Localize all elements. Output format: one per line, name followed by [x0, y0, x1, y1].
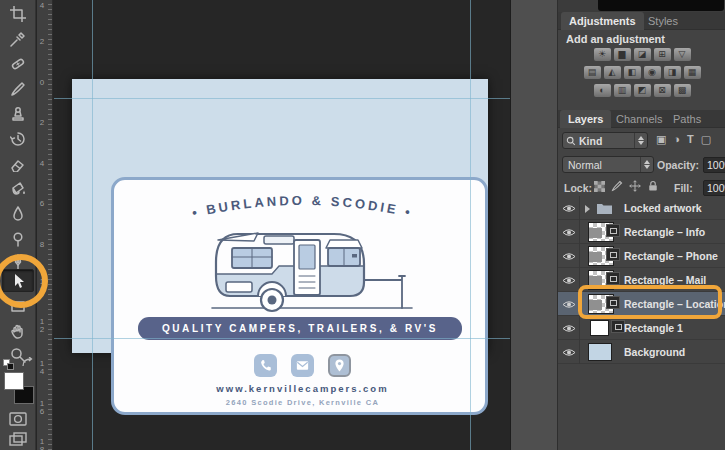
fill-field[interactable]: 100% [703, 180, 725, 196]
type-layer-filter-icon[interactable]: T [687, 133, 694, 146]
tab-styles[interactable]: Styles [640, 12, 686, 30]
hue-saturation-icon[interactable]: ▤ [584, 66, 601, 79]
opacity-field[interactable]: 100% [703, 157, 725, 173]
blend-mode-value: Normal [563, 159, 602, 171]
camper-trailer-illustration [206, 224, 421, 320]
default-colors-icon[interactable] [3, 359, 14, 370]
vector-mask-icon[interactable] [606, 224, 620, 237]
levels-icon[interactable]: ▆ [614, 48, 631, 61]
panel-gutter [510, 0, 557, 450]
curves-icon[interactable]: ◪ [634, 48, 651, 61]
dodge-icon [10, 231, 26, 247]
visibility-toggle[interactable] [558, 244, 580, 268]
document-area[interactable]: • BURLANDO & SCODIE • [54, 0, 510, 450]
tool-brush[interactable] [2, 77, 34, 100]
layers-tabbar: Layers Channels Paths [558, 110, 725, 128]
layer-thumbnail[interactable] [588, 343, 612, 361]
pixel-layer-filter-icon[interactable]: ▣ [656, 133, 666, 146]
brush-icon [10, 81, 26, 97]
tool-healing-brush[interactable] [2, 52, 34, 75]
visibility-toggle[interactable] [558, 316, 580, 340]
layer-row-background[interactable]: Background [558, 340, 725, 364]
visibility-toggle[interactable] [558, 340, 580, 364]
tool-clone-stamp[interactable] [2, 102, 34, 125]
shape-layer-filter-icon[interactable]: ▢ [701, 133, 711, 146]
arc-title-text: • BURLANDO & SCODIE • [191, 193, 415, 220]
channel-mixer-icon[interactable]: ◨ [664, 66, 681, 79]
guide-vertical-right[interactable] [470, 0, 471, 450]
vector-mask-icon[interactable] [611, 320, 625, 333]
eyedropper-icon [10, 31, 26, 47]
foreground-color-swatch[interactable] [4, 372, 24, 390]
fill-label: Fill: [674, 182, 693, 194]
invert-icon[interactable]: ◐ [594, 84, 611, 97]
dropdown-arrows-icon [640, 157, 653, 172]
guide-horizontal-bottom[interactable] [54, 338, 510, 339]
vibrance-icon[interactable]: ▽ [674, 48, 691, 61]
vector-mask-icon[interactable] [606, 272, 620, 285]
swap-colors-icon[interactable] [21, 357, 33, 369]
layer-row-rectangle-1[interactable]: Rectangle 1 [558, 316, 725, 340]
tool-paint-bucket[interactable] [2, 177, 34, 200]
eye-icon [562, 300, 576, 309]
lock-all-icon[interactable] [647, 180, 659, 192]
layer-row-rectangle-info[interactable]: Rectangle – Info [558, 220, 725, 244]
visibility-toggle[interactable] [558, 220, 580, 244]
visibility-toggle[interactable] [558, 268, 580, 292]
gradient-map-icon[interactable]: ▩ [674, 84, 691, 97]
layer-row-rectangle-phone[interactable]: Rectangle – Phone [558, 244, 725, 268]
exposure-icon[interactable]: ⊞ [654, 48, 671, 61]
eye-icon [562, 204, 576, 213]
ruler-label: 0 [38, 79, 46, 87]
canvas[interactable]: • BURLANDO & SCODIE • [72, 79, 488, 353]
history-brush-icon [10, 131, 26, 147]
adjustment-icons-row-2: ▤ ◭ ◧ ◉ ◨ ▦ [558, 66, 725, 79]
panel-above-content [598, 0, 724, 11]
expand-triangle-icon[interactable] [585, 205, 590, 213]
posterize-icon[interactable]: ▥ [614, 84, 631, 97]
folder-icon [596, 202, 613, 215]
layer-filter-kind-dropdown[interactable]: Kind [562, 132, 648, 149]
ruler-label: 14 [38, 360, 46, 376]
brightness-contrast-icon[interactable]: ☀ [594, 48, 611, 61]
tool-crop[interactable] [2, 2, 34, 25]
adjustment-layer-filter-icon[interactable]: ◑ [673, 133, 680, 146]
blend-mode-dropdown[interactable]: Normal [562, 156, 654, 173]
layer-row-locked-artwork[interactable]: Locked artwork [558, 196, 725, 220]
tool-history-brush[interactable] [2, 127, 34, 150]
tab-channels[interactable]: Channels [608, 110, 670, 128]
lock-image-pixels-icon[interactable] [611, 180, 623, 192]
search-icon [566, 136, 576, 146]
layer-thumbnail[interactable] [590, 320, 609, 336]
selective-color-icon[interactable]: ⊠ [654, 84, 671, 97]
guide-vertical-left[interactable] [92, 0, 93, 450]
vector-mask-icon[interactable] [606, 248, 620, 261]
screen-mode-icon[interactable] [9, 432, 27, 446]
black-white-icon[interactable]: ◧ [624, 66, 641, 79]
tool-hand[interactable] [2, 319, 34, 342]
lock-position-icon[interactable] [629, 180, 641, 192]
photo-filter-icon[interactable]: ◉ [644, 66, 661, 79]
tool-blur[interactable] [2, 202, 34, 225]
eye-icon [562, 348, 576, 357]
tools-panel [0, 0, 36, 450]
eraser-icon [10, 156, 26, 172]
threshold-icon[interactable]: ◩ [634, 84, 651, 97]
color-balance-icon[interactable]: ◭ [604, 66, 621, 79]
tool-eraser[interactable] [2, 152, 34, 175]
quick-mask-icon[interactable] [9, 412, 27, 426]
visibility-toggle[interactable] [558, 292, 580, 316]
guide-horizontal-top[interactable] [54, 98, 510, 99]
visibility-toggle[interactable] [558, 196, 580, 220]
tool-eyedropper[interactable] [2, 27, 34, 50]
layer-name: Rectangle – Info [624, 226, 705, 238]
tab-adjustments[interactable]: Adjustments [561, 12, 644, 30]
address-text: 2640 Scodie Drive, Kernville CA [114, 398, 491, 407]
eye-icon [562, 276, 576, 285]
adjustment-icons-row-3: ◐ ▥ ◩ ⊠ ▩ [558, 84, 725, 97]
tool-dodge[interactable] [2, 227, 34, 250]
color-lookup-icon[interactable]: ▦ [684, 66, 701, 79]
tab-paths[interactable]: Paths [665, 110, 709, 128]
tab-layers[interactable]: Layers [560, 110, 611, 128]
lock-transparent-pixels-icon[interactable] [594, 181, 605, 192]
